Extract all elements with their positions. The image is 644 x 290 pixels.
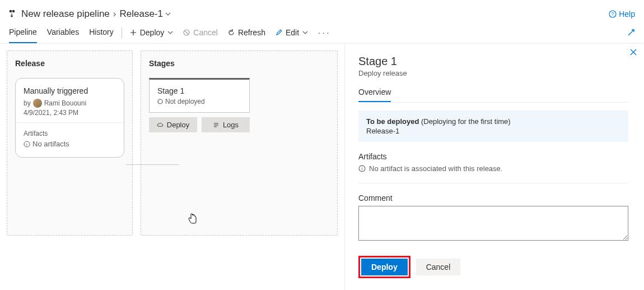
stages-group: Stages Stage 1 Not deployed Deploy Logs <box>141 50 338 236</box>
banner-release: Release-1 <box>366 127 620 135</box>
avatar <box>33 99 42 108</box>
pencil-icon <box>276 29 282 36</box>
deploy-banner: To be deployed (Deploying for the first … <box>358 111 628 142</box>
release-group-title: Release <box>15 59 124 68</box>
help-label: Help <box>619 10 635 19</box>
breadcrumb-separator: › <box>113 8 116 20</box>
chevron-down-icon <box>165 11 171 17</box>
svg-text:?: ? <box>612 11 614 17</box>
release-group: Release Manually triggered by Rami Bouou… <box>7 50 133 236</box>
stage-deploy-button[interactable]: Deploy <box>149 117 197 132</box>
banner-status: To be deployed <box>366 117 419 126</box>
close-panel-button[interactable] <box>629 48 637 56</box>
release-card[interactable]: Manually triggered by Rami Bououni 4/9/2… <box>15 78 124 158</box>
breadcrumb: New release pipeline › Release-1 <box>9 8 171 20</box>
pipeline-icon <box>9 10 18 19</box>
connector-line <box>126 164 179 165</box>
artifacts-value: No artifacts <box>32 140 69 148</box>
stage-deploy-label: Deploy <box>167 121 189 129</box>
cloud-icon <box>157 122 164 128</box>
cancel-icon <box>183 29 190 36</box>
by-prefix: by <box>24 99 31 107</box>
edit-toolbar-label: Edit <box>286 28 299 37</box>
comment-input[interactable] <box>358 206 628 241</box>
stage-name: Stage 1 <box>157 86 241 95</box>
tab-variables[interactable]: Variables <box>47 27 79 43</box>
cancel-button[interactable]: Cancel <box>416 259 461 275</box>
deploy-side-panel: Stage 1 Deploy release Overview To be de… <box>344 44 644 290</box>
artifacts-section-header: Artifacts <box>358 152 628 161</box>
info-icon: i <box>358 165 366 172</box>
chevron-down-icon <box>302 30 308 35</box>
logs-icon <box>213 122 220 128</box>
svg-text:i: i <box>26 142 27 147</box>
release-date: 4/9/2021, 2:43 PM <box>24 109 116 117</box>
plus-icon <box>130 29 137 36</box>
tab-pipeline[interactable]: Pipeline <box>9 27 37 43</box>
release-author: Rami Bououni <box>44 99 86 107</box>
breadcrumb-current[interactable]: Release-1 <box>120 8 171 20</box>
section-divider <box>358 183 628 183</box>
refresh-toolbar-button[interactable]: Refresh <box>228 28 270 43</box>
info-icon: i <box>24 141 30 148</box>
chevron-down-icon <box>167 30 173 35</box>
deploy-toolbar-label: Deploy <box>140 28 165 37</box>
highlight-annotation: Deploy <box>358 256 410 278</box>
stage-status-label: Not deployed <box>165 98 205 105</box>
stage-logs-label: Logs <box>223 121 239 129</box>
release-trigger: Manually triggered <box>24 86 116 95</box>
stage-logs-button[interactable]: Logs <box>202 117 250 132</box>
artifacts-label: Artifacts <box>24 130 116 137</box>
stage-card[interactable]: Stage 1 Not deployed <box>149 78 250 113</box>
refresh-toolbar-label: Refresh <box>238 28 265 37</box>
status-circle-icon <box>157 99 163 104</box>
deploy-toolbar-button[interactable]: Deploy <box>130 28 178 43</box>
refresh-icon <box>228 29 235 36</box>
more-actions-button[interactable]: · · · <box>318 28 329 43</box>
cancel-toolbar-button: Cancel <box>183 28 222 43</box>
help-icon: ? <box>609 10 617 18</box>
svg-point-7 <box>158 99 162 104</box>
svg-text:i: i <box>362 166 363 172</box>
comment-label: Comment <box>358 194 628 202</box>
panel-subtitle: Deploy release <box>358 69 628 77</box>
cancel-toolbar-label: Cancel <box>193 28 218 37</box>
breadcrumb-current-label: Release-1 <box>120 8 164 20</box>
svg-rect-0 <box>10 10 12 12</box>
breadcrumb-parent[interactable]: New release pipeline <box>21 8 110 20</box>
close-icon <box>629 48 637 56</box>
deploy-button[interactable]: Deploy <box>361 259 408 275</box>
help-link[interactable]: ? Help <box>609 10 635 19</box>
toolbar-separator <box>122 27 122 39</box>
artifacts-none-text: No artifact is associated with this rele… <box>369 164 502 173</box>
stages-group-title: Stages <box>149 59 329 68</box>
banner-detail: (Deploying for the first time) <box>421 117 511 126</box>
expand-icon[interactable] <box>627 29 635 42</box>
edit-toolbar-button[interactable]: Edit <box>276 28 312 43</box>
svg-rect-1 <box>12 10 15 12</box>
panel-title: Stage 1 <box>358 55 628 68</box>
tab-history[interactable]: History <box>89 27 114 43</box>
tab-overview[interactable]: Overview <box>358 88 391 102</box>
